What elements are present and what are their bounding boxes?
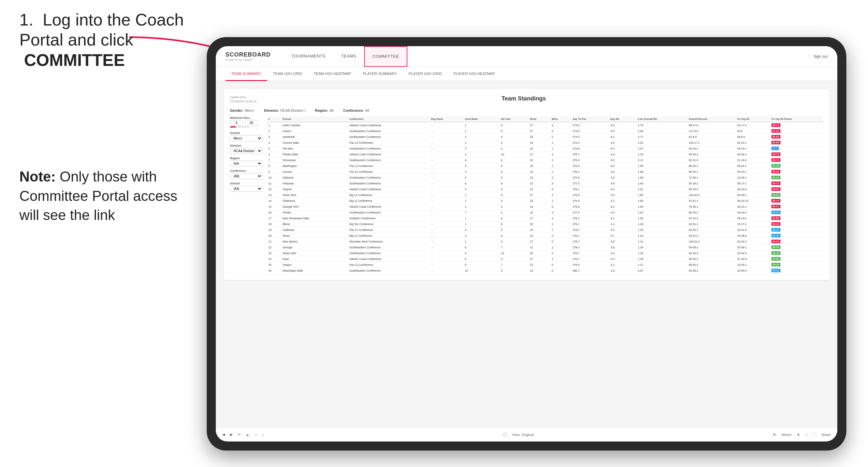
cell-wins: 4 (550, 122, 571, 128)
toolbar-view[interactable]: View: Original (512, 433, 534, 437)
sub-nav-team-h2h-heatmap[interactable]: TEAM H2H HEATMAP (308, 67, 357, 81)
cell-conf-rank: 2 (463, 134, 499, 140)
gender-select[interactable]: Men's Women's (230, 135, 262, 142)
toolbar-share-small[interactable]: ▲ (246, 433, 249, 437)
cell-wins: 1 (550, 146, 571, 152)
cell-reg-rank: — (429, 256, 463, 262)
cell-vs25: 33-44-3 (736, 250, 770, 256)
cell-rnds: 21 (528, 262, 550, 268)
nav-tournaments[interactable]: TOURNAMENTS (284, 46, 333, 67)
cell-rank: 20 (267, 233, 281, 239)
toolbar-share-btn[interactable]: Share (822, 433, 831, 437)
division-select[interactable]: NCAA Division I NCAA Division II NCAA Di… (230, 148, 262, 154)
min-rounds-slider[interactable] (230, 126, 249, 128)
nav-teams[interactable]: TEAMS (333, 46, 364, 67)
sub-nav-player-h2h-grid[interactable]: PLAYER H2H GRID (403, 67, 448, 81)
cell-no-tour: 8 (499, 233, 528, 239)
sub-nav-team-summary[interactable]: TEAM SUMMARY (225, 67, 267, 81)
cell-conference: Mountain West Conference (348, 239, 429, 245)
cell-school: Alabama (281, 175, 348, 181)
cell-avg-sg: -6.0 (608, 186, 636, 192)
cell-no-tour: 8 (499, 221, 528, 227)
toolbar-reload[interactable]: ↻ (238, 432, 241, 437)
update-time-label: Update time: (230, 95, 257, 99)
min-rounds-max-input[interactable] (245, 120, 258, 126)
cell-adj-par: 276.8 (571, 204, 609, 210)
cell-school: Arizona (281, 169, 348, 175)
cell-points: 80.47 (770, 204, 823, 210)
cell-low-rd: 1.21 (637, 262, 687, 268)
cell-avg-sg: -4.6 (608, 169, 636, 175)
cell-reg-rank: — (429, 122, 463, 128)
cell-conference: Southeastern Conference (348, 157, 429, 163)
cell-vs25: 35-14-0 (736, 186, 770, 192)
cell-avg-sg: -3.1 (608, 198, 636, 204)
cell-points: 80.34 (770, 239, 823, 245)
cell-adj-par: 275.9 (571, 157, 609, 163)
table-row: 24 Duke Atlantic Coast Conference — 5 9 … (267, 256, 823, 262)
cell-rank: 17 (267, 215, 281, 221)
cell-rank: 13 (267, 192, 281, 198)
toolbar-clock[interactable]: ◯ (503, 432, 507, 437)
cell-overall: 80-25-2 (687, 210, 736, 215)
cell-rank: 25 (267, 262, 281, 268)
cell-conference: Big 12 Conference (348, 198, 429, 204)
filter-region: Region: All (315, 108, 333, 113)
cell-low-rd: 1.28 (637, 221, 687, 227)
toolbar-bookmark[interactable]: □ (254, 433, 257, 437)
cell-conf-rank: 10 (463, 268, 499, 274)
cell-school: Florida State (281, 152, 348, 157)
cell-rank: 21 (267, 239, 281, 245)
cell-conference: Pac-12 Conference (348, 262, 429, 268)
cell-reg-rank: — (429, 146, 463, 152)
toolbar-new-tab[interactable]: + (262, 433, 264, 437)
cell-conf-rank: 4 (463, 204, 499, 210)
cell-vs25: 40-26-2 (736, 152, 770, 157)
cell-school: Oklahoma (281, 198, 348, 204)
nav-sign-out-area: | Sign out (809, 54, 828, 59)
filter-conference-value: All (365, 108, 369, 113)
table-row: 7 Tennessee Southeastern Conference — 4 … (267, 157, 823, 163)
cell-no-tour: 7 (499, 245, 528, 250)
nav-committee[interactable]: COMMITTEE (364, 46, 408, 67)
toolbar-comment[interactable]: □ (805, 433, 808, 437)
region-label: Region (230, 157, 262, 160)
cell-conf-rank: 1 (463, 215, 499, 221)
cell-avg-sg: -5.1 (608, 227, 636, 233)
cell-vs25: 44-24-1 (736, 204, 770, 210)
conference-select[interactable]: (All) Atlantic Coast Conference Southeas… (230, 173, 262, 179)
cell-reg-rank: — (429, 204, 463, 210)
cell-reg-rank: — (429, 186, 463, 192)
sub-nav-player-h2h-heatmap[interactable]: PLAYER H2H HEATMAP (448, 67, 501, 81)
cell-school: North Carolina (281, 122, 348, 128)
cell-no-tour: 8 (499, 268, 528, 274)
cell-low-rd: 1.39 (637, 256, 687, 262)
table-row: 21 New Mexico Mountain West Conference —… (267, 239, 823, 245)
cell-no-tour: 10 (499, 250, 528, 256)
cell-wins: 5 (550, 239, 571, 245)
region-select[interactable]: N/A All (230, 160, 262, 167)
cell-avg-sg: -3.1 (608, 262, 636, 268)
cell-rank: 3 (267, 134, 281, 140)
cell-vs25: 10-30-0 (736, 268, 770, 274)
sub-nav-team-h2h-grid[interactable]: TEAM H2H GRID (267, 67, 308, 81)
toolbar-watch[interactable]: Watch (781, 433, 792, 437)
cell-school: Washington (281, 163, 348, 169)
sign-out-link[interactable]: Sign out (813, 54, 828, 59)
min-rounds-min-input[interactable] (230, 120, 243, 126)
toolbar-dropdown[interactable]: ▼ (797, 433, 800, 437)
cell-low-rd: 1.55 (637, 215, 687, 221)
sub-nav-player-summary[interactable]: PLAYER SUMMARY (357, 67, 403, 81)
toolbar-expand[interactable]: ⛶ (813, 433, 816, 437)
cell-conf-rank: 1 (463, 192, 499, 198)
instruction-highlight: COMMITTEE (24, 51, 125, 69)
toolbar-forward[interactable]: ▶ (230, 432, 232, 437)
cell-vs25: 63-17-0 (736, 122, 770, 128)
school-select[interactable]: (All) (230, 186, 262, 192)
th-overall: Overall Record (687, 116, 736, 122)
cell-vs25: 36-17-1 (736, 181, 770, 186)
cell-conf-rank: 3 (463, 146, 499, 152)
instruction-area: 1. Log into the Coach Portal and click C… (20, 10, 200, 224)
cell-rank: 23 (267, 250, 281, 256)
toolbar-back[interactable]: ◀ (222, 432, 225, 437)
